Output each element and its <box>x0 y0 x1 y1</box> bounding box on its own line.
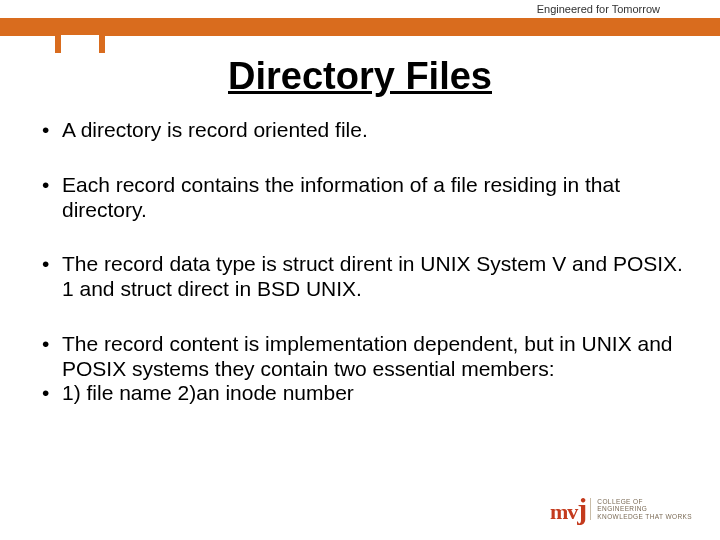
logo-line3: KNOWLEDGE THAT WORKS <box>597 513 692 520</box>
bullet-item: Each record contains the information of … <box>36 173 684 223</box>
tagline: Engineered for Tomorrow <box>537 3 660 15</box>
slide-title: Directory Files <box>0 55 720 98</box>
logo-mark-j: j <box>577 492 586 525</box>
notch-inner <box>61 35 99 53</box>
logo-line2: ENGINEERING <box>597 505 692 512</box>
logo-text: COLLEGE OF ENGINEERING KNOWLEDGE THAT WO… <box>590 498 692 519</box>
bullet-list: A directory is record oriented file. Eac… <box>36 118 684 406</box>
header-bar <box>0 18 720 36</box>
bullet-item: A directory is record oriented file. <box>36 118 684 143</box>
bullet-item: The record data type is struct dirent in… <box>36 252 684 302</box>
slide: Engineered for Tomorrow Directory Files … <box>0 0 720 540</box>
content-area: A directory is record oriented file. Eac… <box>36 118 684 436</box>
logo-mark: mvj <box>550 492 586 526</box>
logo-mark-prefix: mv <box>550 499 577 524</box>
bullet-item: The record content is implementation dep… <box>36 332 684 382</box>
bullet-item: 1) file name 2)an inode number <box>36 381 684 406</box>
footer-logo: mvj COLLEGE OF ENGINEERING KNOWLEDGE THA… <box>550 492 692 526</box>
logo-line1: COLLEGE OF <box>597 498 692 505</box>
